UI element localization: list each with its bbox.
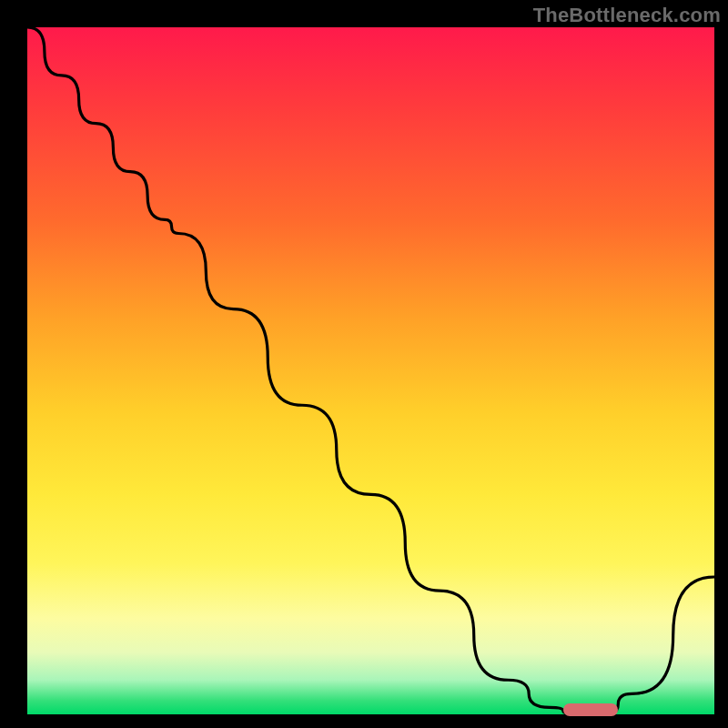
bottleneck-curve bbox=[27, 27, 714, 714]
optimal-range-marker bbox=[563, 703, 618, 716]
plot-area bbox=[27, 27, 714, 714]
watermark-text: TheBottleneck.com bbox=[533, 4, 721, 27]
curve-path bbox=[27, 27, 714, 714]
chart-stage: TheBottleneck.com bbox=[0, 0, 728, 728]
